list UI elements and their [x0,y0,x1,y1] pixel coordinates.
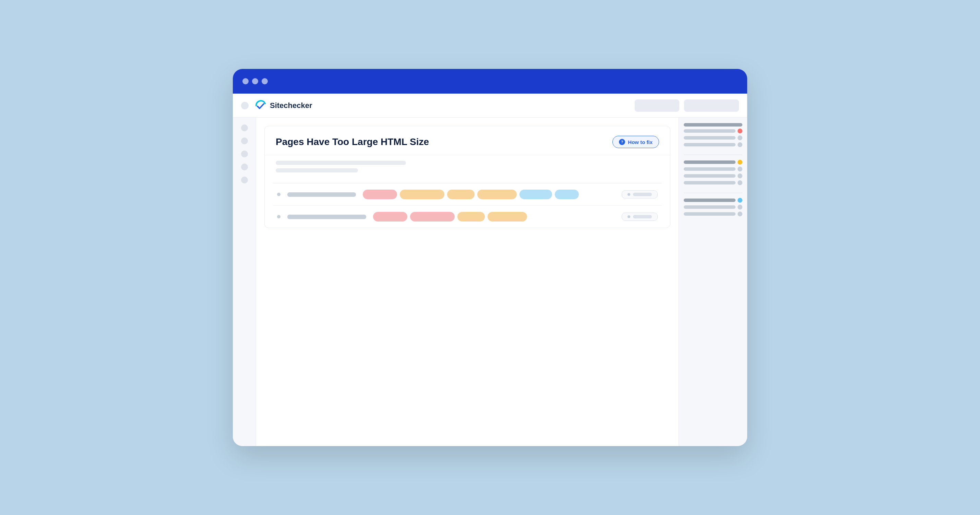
tag-pink-1 [363,190,397,199]
row-url [287,215,366,219]
rs-row [684,198,742,203]
logo-text: Sitechecker [270,101,312,110]
rs-row [684,211,742,216]
row-action-2[interactable] [622,213,658,221]
rs-row [684,142,742,147]
rs-bar [684,136,735,140]
tag-orange-1 [400,190,444,199]
rs-dot-orange [738,160,742,165]
tag-orange-4 [457,212,485,221]
nav-button-1[interactable] [635,99,679,112]
tags-area-2 [373,212,615,221]
rs-dot-red [738,129,742,134]
sidebar-item-1[interactable] [241,124,248,131]
rs-rows-3 [684,198,742,216]
tag-pink-3 [410,212,455,221]
how-to-fix-label: How to fix [628,139,652,145]
rs-dot-grey [738,205,742,210]
main-content: Pages Have Too Large HTML Size ? How to … [256,118,679,446]
rs-section-1 [684,123,742,147]
sidebar-item-5[interactable] [241,176,248,183]
tag-orange-3 [477,190,517,199]
action-bar [633,193,652,196]
logo-area: Sitechecker [254,99,312,112]
row-indicator [277,215,280,218]
rs-bar [684,161,735,164]
rs-bar [684,205,735,209]
tag-orange-5 [488,212,527,221]
rs-section-3 [684,198,742,216]
logo-icon [254,99,266,112]
rs-dot-grey [738,180,742,185]
rs-row [684,180,742,185]
content-panel: Pages Have Too Large HTML Size ? How to … [264,126,670,228]
tag-orange-2 [447,190,474,199]
row-url [287,192,356,197]
row-indicator [277,193,280,196]
browser-nav: Sitechecker [233,94,747,118]
rs-section-2 [684,160,742,185]
rs-rows-2 [684,160,742,185]
nav-back-button[interactable] [241,102,248,110]
nav-button-2[interactable] [684,99,739,112]
rs-bar [684,181,735,184]
browser-body: Pages Have Too Large HTML Size ? How to … [233,118,747,446]
rs-dot-grey [738,173,742,178]
rs-row [684,173,742,178]
panel-title: Pages Have Too Large HTML Size [276,137,606,148]
rs-dot-grey [738,135,742,140]
dot-3 [262,78,268,84]
question-icon: ? [619,139,625,145]
rs-row [684,129,742,134]
table-row [273,183,662,205]
how-to-fix-button[interactable]: ? How to fix [612,136,659,148]
rs-dot-grey [738,167,742,172]
tags-area-1 [363,190,615,199]
rs-bar [684,129,735,133]
browser-titlebar [233,69,747,94]
panel-header: Pages Have Too Large HTML Size ? How to … [265,126,670,155]
rs-row [684,135,742,140]
browser-dots [242,78,268,84]
dot-1 [242,78,248,84]
desc-line-2 [276,168,358,172]
action-dot [627,193,630,196]
rs-dot-grey [738,211,742,216]
rs-dot-grey [738,142,742,147]
action-dot [627,215,630,218]
rs-bar [684,123,742,127]
rs-rows-1 [684,123,742,147]
rs-row [684,205,742,210]
rs-bar [684,174,735,178]
table-row [273,205,662,228]
rs-row [684,160,742,165]
right-sidebar [679,118,747,446]
action-bar [633,215,652,218]
sidebar-item-3[interactable] [241,151,248,157]
browser-window: Sitechecker Pages Have Too Large HTML Si… [233,69,747,446]
panel-description [265,155,670,183]
nav-buttons [635,99,739,112]
rs-bar [684,212,735,216]
sidebar-item-2[interactable] [241,137,248,145]
tag-blue-1 [520,190,552,199]
rs-bar [684,167,735,171]
rs-row [684,167,742,172]
rs-bar [684,143,735,146]
sidebar-item-4[interactable] [241,164,248,170]
tag-pink-2 [373,212,407,221]
desc-line-1 [276,161,406,165]
rs-dot-blue [738,198,742,203]
tag-blue-2 [555,190,579,199]
row-action-1[interactable] [622,190,658,199]
rs-row [684,123,742,127]
dot-2 [252,78,258,84]
left-sidebar [233,118,256,446]
table-area [265,183,670,228]
rs-bar [684,199,735,202]
